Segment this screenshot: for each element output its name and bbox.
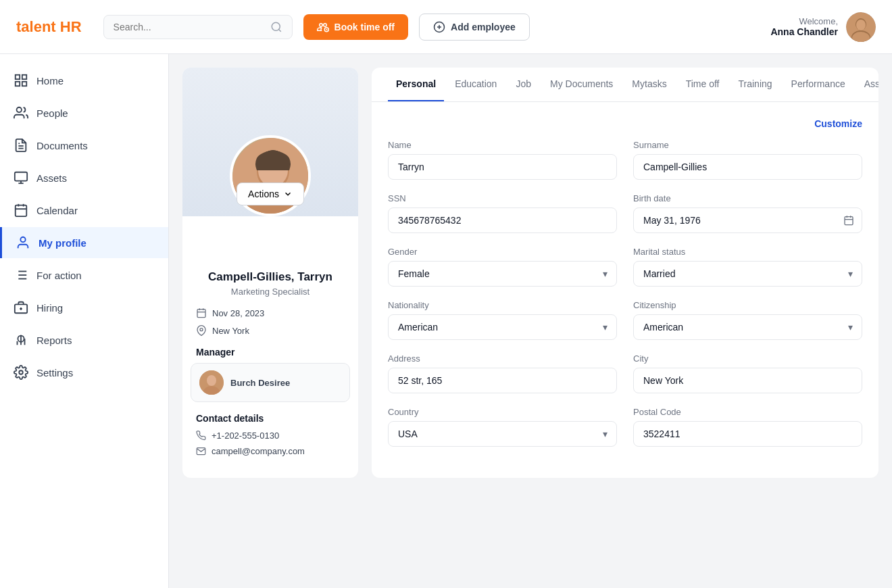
customize-link[interactable]: Customize (388, 118, 862, 129)
profile-hero: Actions (182, 68, 358, 216)
tab-training[interactable]: Training (730, 68, 780, 101)
book-time-off-button[interactable]: Book time off (303, 14, 408, 40)
contact-phone: +1-202-555-0130 (212, 431, 279, 441)
main-content: Actions Campell-Gillies, Tarryn Marketin… (169, 54, 892, 588)
sidebar-label-documents: Documents (36, 140, 88, 151)
manager-avatar (199, 370, 224, 395)
sidebar-item-my-profile[interactable]: My profile (0, 227, 168, 258)
date-icon (196, 308, 207, 318)
field-gender: Gender Female Male Other Prefer not to s… (388, 247, 617, 287)
search-input[interactable] (114, 22, 265, 32)
manager-section-label: Manager (182, 336, 358, 363)
right-panel: Personal Education Job My Documents Myta… (372, 68, 878, 478)
sidebar-item-hiring[interactable]: Hiring (0, 292, 168, 323)
sidebar-item-for-action[interactable]: For action (0, 260, 168, 291)
brand-hr: HR (60, 18, 82, 36)
manager-name: Burch Desiree (230, 378, 290, 388)
profile-date: Nov 28, 2023 (212, 308, 264, 318)
profile-info: Campell-Gillies, Tarryn Marketing Specia… (182, 216, 358, 297)
tab-my-documents[interactable]: My Documents (542, 68, 621, 101)
welcome-name: Anna Chandler (770, 26, 838, 37)
country-select[interactable]: USA UK Canada Australia (388, 421, 617, 447)
topbar-user: Welcome, Anna Chandler (770, 12, 876, 42)
sidebar-label-calendar: Calendar (36, 205, 78, 216)
add-employee-label: Add employee (451, 22, 516, 32)
main-wrap: Home People Documents Assets Calendar (0, 54, 892, 588)
brand-talent: talent (16, 18, 56, 36)
tab-personal[interactable]: Personal (388, 68, 444, 101)
grid-icon (14, 73, 28, 88)
sidebar-item-calendar[interactable]: Calendar (0, 195, 168, 226)
svg-rect-20 (15, 172, 27, 181)
svg-rect-46 (197, 310, 205, 318)
sidebar-label-people: People (36, 107, 68, 119)
profile-name: Campell-Gillies, Tarryn (193, 270, 347, 284)
field-birth-date: Birth date (633, 193, 862, 233)
welcome-greeting: Welcome, (799, 16, 838, 26)
svg-rect-16 (16, 82, 20, 86)
country-select-wrap: USA UK Canada Australia (388, 421, 617, 447)
manager-card[interactable]: Burch Desiree (191, 363, 350, 402)
postal-code-label: Postal Code (633, 407, 862, 417)
svg-point-11 (856, 20, 866, 30)
city-input[interactable] (633, 368, 862, 393)
sidebar-label-reports: Reports (36, 335, 72, 346)
postal-code-input[interactable] (633, 421, 862, 447)
sidebar-item-assets[interactable]: Assets (0, 162, 168, 193)
field-postal-code: Postal Code (633, 407, 862, 447)
sidebar-item-settings[interactable]: Settings (0, 357, 168, 388)
user-avatar[interactable] (846, 12, 876, 42)
actions-button[interactable]: Actions (237, 182, 304, 205)
phone-icon (196, 431, 206, 441)
field-address: Address (388, 353, 617, 393)
marital-select-wrap: Married Single Divorced Widowed (633, 261, 862, 287)
tab-education[interactable]: Education (447, 68, 505, 101)
birth-date-input[interactable] (633, 207, 862, 233)
sidebar-label-assets: Assets (36, 172, 67, 184)
field-city: City (633, 353, 862, 393)
sidebar-item-reports[interactable]: Reports (0, 324, 168, 356)
name-input[interactable] (388, 154, 617, 180)
sidebar-item-home[interactable]: Home (0, 65, 168, 96)
svg-point-52 (207, 375, 216, 386)
sidebar-label-home: Home (36, 75, 64, 87)
gender-select[interactable]: Female Male Other Prefer not to say (388, 261, 617, 287)
actions-label: Actions (248, 189, 279, 199)
manager-portrait (199, 370, 224, 395)
svg-rect-13 (16, 75, 20, 79)
tab-performance[interactable]: Performance (783, 68, 853, 101)
ssn-input[interactable] (388, 207, 617, 233)
reports-icon (14, 333, 28, 347)
sidebar-label-settings: Settings (36, 367, 73, 378)
nationality-select[interactable]: American British Canadian Other (388, 314, 617, 340)
nationality-select-wrap: American British Canadian Other (388, 314, 617, 340)
nationality-label: Nationality (388, 300, 617, 310)
profile-icon (16, 235, 30, 250)
address-label: Address (388, 353, 617, 364)
field-nationality: Nationality American British Canadian Ot… (388, 300, 617, 340)
svg-point-41 (19, 370, 23, 374)
tab-assets[interactable]: Assets (856, 68, 878, 101)
gender-select-wrap: Female Male Other Prefer not to say (388, 261, 617, 287)
sidebar-item-people[interactable]: People (0, 97, 168, 128)
sidebar-item-documents[interactable]: Documents (0, 130, 168, 161)
field-citizenship: Citizenship American British Canadian Ot… (633, 300, 862, 340)
sidebar: Home People Documents Assets Calendar (0, 54, 169, 588)
citizenship-select[interactable]: American British Canadian Other (633, 314, 862, 340)
svg-rect-23 (16, 205, 27, 217)
hiring-icon (14, 300, 28, 315)
tab-job[interactable]: Job (507, 68, 539, 101)
svg-point-0 (272, 22, 280, 30)
tab-time-off[interactable]: Time off (678, 68, 728, 101)
svg-rect-14 (22, 75, 26, 79)
contact-email: campell@company.com (212, 446, 305, 456)
svg-point-27 (20, 237, 25, 242)
add-employee-button[interactable]: Add employee (419, 14, 530, 41)
tab-mytasks[interactable]: Mytasks (624, 68, 674, 101)
surname-input[interactable] (633, 154, 862, 180)
field-surname: Surname (633, 140, 862, 180)
search-bar[interactable] (103, 15, 293, 39)
address-input[interactable] (388, 368, 617, 393)
marital-status-select[interactable]: Married Single Divorced Widowed (633, 261, 862, 287)
profile-meta: Nov 28, 2023 New York (182, 297, 358, 336)
